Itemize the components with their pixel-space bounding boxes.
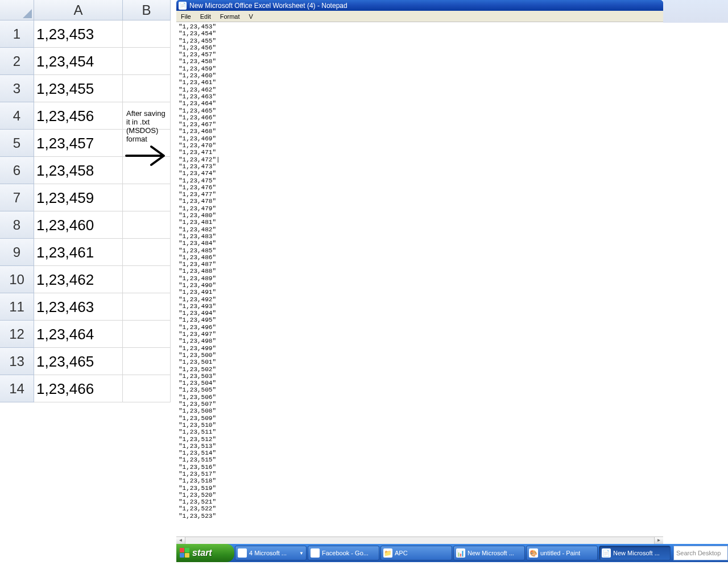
- notepad-menu-file[interactable]: File: [176, 12, 196, 21]
- taskbar-item-label: untitled - Paint: [540, 550, 580, 556]
- excel-cell[interactable]: [123, 157, 171, 184]
- excel-row: 91,23,461: [0, 239, 171, 266]
- excel-row: 111,23,463: [0, 293, 171, 321]
- excel-row-header[interactable]: 2: [0, 48, 34, 75]
- notepad-h-scrollbar[interactable]: [176, 537, 663, 544]
- excel-cell[interactable]: [123, 239, 171, 266]
- taskbar-item[interactable]: 🎨untitled - Paint: [526, 546, 598, 560]
- excel-cell[interactable]: 1,23,463: [34, 293, 123, 321]
- excel-row-header[interactable]: 9: [0, 239, 34, 266]
- excel-cell[interactable]: 1,23,456: [34, 102, 123, 130]
- excel-row-header[interactable]: 6: [0, 157, 34, 184]
- excel-row: 121,23,464: [0, 321, 171, 348]
- notepad-menu-edit[interactable]: Edit: [196, 12, 216, 21]
- taskbar-item-icon: 📄: [602, 548, 611, 558]
- excel-cell[interactable]: 1,23,466: [34, 375, 123, 402]
- notepad-menu-format[interactable]: Format: [216, 12, 245, 21]
- taskbar-item[interactable]: 📄New Microsoft ...: [599, 546, 671, 560]
- excel-row: 11,23,453: [0, 20, 171, 48]
- excel-row-header[interactable]: 14: [0, 375, 34, 402]
- excel-row-header[interactable]: 3: [0, 75, 34, 102]
- search-placeholder: Search Desktop: [676, 550, 721, 556]
- taskbar-item-label: New Microsoft ...: [468, 550, 514, 556]
- excel-col-header-a[interactable]: A: [34, 0, 123, 20]
- excel-cell[interactable]: 1,23,461: [34, 239, 123, 266]
- taskbar-item-icon: 🗔: [238, 548, 247, 558]
- excel-cell[interactable]: 1,23,457: [34, 130, 123, 157]
- taskbar: start 🗔4 Microsoft ...▼◎Facebook - Go...…: [176, 544, 728, 562]
- windows-logo-icon: [180, 548, 190, 558]
- excel-row-header[interactable]: 8: [0, 211, 34, 239]
- notepad-text-area[interactable]: "1,23,453" "1,23,454" "1,23,455" "1,23,4…: [176, 22, 663, 537]
- taskbar-item-label: New Microsoft ...: [613, 550, 660, 556]
- taskbar-item-label: 4 Microsoft ...: [249, 550, 287, 556]
- excel-row: 101,23,462: [0, 266, 171, 293]
- excel-cell[interactable]: 1,23,454: [34, 48, 123, 75]
- excel-row: 61,23,458: [0, 157, 171, 184]
- excel-cell[interactable]: [123, 321, 171, 348]
- excel-row: 21,23,454: [0, 48, 171, 75]
- notepad-titlebar[interactable]: 📄 New Microsoft Office Excel Worksheet (…: [176, 0, 663, 11]
- excel-cell[interactable]: [123, 20, 171, 48]
- excel-row-header[interactable]: 11: [0, 293, 34, 321]
- excel-row-header[interactable]: 5: [0, 130, 34, 157]
- taskbar-item[interactable]: 📁APC: [380, 546, 452, 560]
- excel-select-all-corner[interactable]: [0, 0, 34, 20]
- start-label: start: [192, 548, 212, 558]
- excel-cell[interactable]: [123, 184, 171, 211]
- excel-cell[interactable]: 1,23,464: [34, 321, 123, 348]
- excel-row-header[interactable]: 12: [0, 321, 34, 348]
- excel-row: 71,23,459: [0, 184, 171, 211]
- excel-row: 131,23,465: [0, 348, 171, 375]
- excel-cell[interactable]: 1,23,460: [34, 211, 123, 239]
- excel-row: 81,23,460: [0, 211, 171, 239]
- chevron-down-icon: ▼: [299, 551, 304, 556]
- excel-row: 31,23,455: [0, 75, 171, 102]
- excel-col-header-b[interactable]: B: [123, 0, 171, 20]
- excel-row: 141,23,466: [0, 375, 171, 402]
- excel-cell[interactable]: 1,23,459: [34, 184, 123, 211]
- taskbar-item-icon: 🎨: [529, 548, 538, 558]
- excel-cell[interactable]: 1,23,465: [34, 348, 123, 375]
- excel-grid: A B 11,23,45321,23,45431,23,45541,23,456…: [0, 0, 171, 404]
- taskbar-item[interactable]: 📊New Microsoft ...: [453, 546, 525, 560]
- excel-cell[interactable]: [123, 293, 171, 321]
- notepad-title: New Microsoft Office Excel Worksheet (4)…: [189, 2, 348, 10]
- taskbar-item[interactable]: ◎Facebook - Go...: [308, 546, 379, 560]
- excel-row-header[interactable]: 13: [0, 348, 34, 375]
- excel-row-header[interactable]: 7: [0, 184, 34, 211]
- excel-cell[interactable]: [123, 48, 171, 75]
- taskbar-item[interactable]: 🗔4 Microsoft ...▼: [235, 546, 307, 560]
- notepad-app-icon: 📄: [179, 2, 187, 10]
- excel-cell[interactable]: [123, 375, 171, 402]
- excel-cell[interactable]: 1,23,453: [34, 20, 123, 48]
- notepad-menubar: File Edit Format V: [176, 11, 663, 22]
- excel-row-header[interactable]: 4: [0, 102, 34, 130]
- excel-cell[interactable]: 1,23,455: [34, 75, 123, 102]
- search-desktop-input[interactable]: Search Desktop: [673, 546, 728, 560]
- taskbar-item-icon: ◎: [311, 548, 320, 558]
- annotation-text: After saving it in .txt (MSDOS) format: [126, 109, 171, 143]
- taskbar-item-label: APC: [395, 550, 408, 556]
- start-button[interactable]: start: [176, 544, 234, 562]
- notepad-window: 📄 New Microsoft Office Excel Worksheet (…: [176, 0, 663, 544]
- excel-cell[interactable]: 1,23,458: [34, 157, 123, 184]
- notepad-menu-view[interactable]: V: [245, 12, 258, 21]
- excel-row-header[interactable]: 10: [0, 266, 34, 293]
- excel-cell[interactable]: [123, 266, 171, 293]
- excel-cell[interactable]: [123, 211, 171, 239]
- excel-cell[interactable]: [123, 348, 171, 375]
- taskbar-item-icon: 📁: [383, 548, 392, 558]
- excel-cell[interactable]: [123, 75, 171, 102]
- taskbar-item-label: Facebook - Go...: [322, 550, 369, 556]
- taskbar-item-icon: 📊: [456, 548, 465, 558]
- excel-cell[interactable]: 1,23,462: [34, 266, 123, 293]
- background-window-edge: [663, 0, 728, 23]
- excel-row-header[interactable]: 1: [0, 20, 34, 48]
